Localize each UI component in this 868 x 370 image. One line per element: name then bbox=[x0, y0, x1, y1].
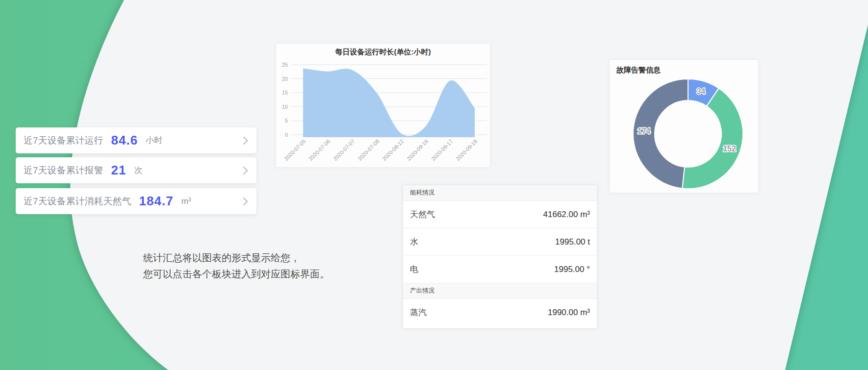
chart-title: 每日设备运行时长(单位:小时) bbox=[276, 48, 490, 57]
table-row: 电 1995.00 ° bbox=[403, 256, 597, 283]
stat-card-unit: 次 bbox=[134, 165, 143, 176]
stat-card-label: 近7天设备累计报警 bbox=[24, 164, 103, 177]
svg-text:0: 0 bbox=[285, 132, 288, 138]
row-value: 1990.00 m³ bbox=[548, 308, 590, 318]
svg-text:2020-07-06: 2020-07-06 bbox=[307, 138, 331, 162]
table-section-header: 能耗情况 bbox=[403, 185, 597, 201]
chevron-right-icon bbox=[240, 166, 248, 174]
row-label: 蒸汽 bbox=[410, 307, 427, 318]
svg-text:174: 174 bbox=[638, 127, 651, 135]
svg-text:2020-07-05: 2020-07-05 bbox=[283, 138, 306, 162]
row-value: 1995.00 ° bbox=[554, 265, 590, 274]
intro-line-1: 统计汇总将以图表的形式显示给您， bbox=[143, 250, 330, 266]
stat-card-gas-consumption[interactable]: 近7天设备累计消耗天然气 184.7 m³ bbox=[16, 188, 256, 214]
table-row: 天然气 41662.00 m³ bbox=[403, 201, 597, 228]
area-chart: 05101520252020-07-052020-07-062020-07-07… bbox=[276, 44, 491, 168]
svg-text:2020-08-12: 2020-08-12 bbox=[381, 138, 405, 162]
stat-card-runtime[interactable]: 近7天设备累计运行 84.6 小时 bbox=[16, 127, 256, 153]
stat-card-value: 184.7 bbox=[139, 194, 174, 209]
daily-runtime-chart-card[interactable]: 每日设备运行时长(单位:小时) 05101520252020-07-052020… bbox=[276, 43, 490, 168]
dashboard-page: 近7天设备累计运行 84.6 小时 近7天设备累计报警 21 次 近7天设备累计… bbox=[0, 0, 868, 370]
row-label: 电 bbox=[410, 264, 418, 275]
stat-card-label: 近7天设备累计运行 bbox=[24, 134, 103, 147]
stat-card-label: 近7天设备累计消耗天然气 bbox=[24, 195, 131, 208]
stat-card-unit: 小时 bbox=[146, 135, 162, 146]
alarm-donut-card[interactable]: 故障告警信息 34152174 bbox=[609, 59, 759, 193]
row-label: 水 bbox=[410, 236, 418, 247]
table-section-header: 产出情况 bbox=[403, 283, 597, 299]
svg-text:20: 20 bbox=[282, 76, 288, 82]
row-value: 41662.00 m³ bbox=[543, 210, 590, 220]
svg-text:2020-09-17: 2020-09-17 bbox=[430, 138, 454, 162]
svg-text:2020-07-08: 2020-07-08 bbox=[357, 138, 380, 162]
row-value: 1995.00 t bbox=[555, 237, 590, 247]
donut-title: 故障告警信息 bbox=[616, 66, 661, 75]
intro-text: 统计汇总将以图表的形式显示给您， 您可以点击各个板块进入到对应图标界面。 bbox=[143, 250, 330, 282]
chevron-right-icon bbox=[240, 197, 248, 205]
stat-card-value: 84.6 bbox=[111, 133, 138, 148]
chevron-right-icon bbox=[240, 136, 248, 145]
svg-text:25: 25 bbox=[282, 62, 288, 68]
donut-chart: 34152174 bbox=[610, 60, 759, 194]
svg-text:34: 34 bbox=[696, 87, 705, 96]
stat-card-unit: m³ bbox=[181, 197, 191, 206]
svg-text:5: 5 bbox=[285, 118, 288, 123]
stat-card-alarms[interactable]: 近7天设备累计报警 21 次 bbox=[16, 157, 256, 183]
svg-text:15: 15 bbox=[282, 90, 288, 96]
table-row: 蒸汽 1990.00 m³ bbox=[403, 299, 597, 326]
svg-text:2020-09-18: 2020-09-18 bbox=[455, 138, 478, 162]
svg-text:152: 152 bbox=[723, 145, 736, 153]
svg-text:2020-09-16: 2020-09-16 bbox=[406, 138, 429, 162]
svg-text:2020-07-07: 2020-07-07 bbox=[332, 138, 356, 162]
svg-text:10: 10 bbox=[282, 104, 288, 110]
stat-card-value: 21 bbox=[111, 163, 127, 178]
intro-line-2: 您可以点击各个板块进入到对应图标界面。 bbox=[143, 266, 330, 282]
row-label: 天然气 bbox=[410, 209, 435, 220]
energy-table-card[interactable]: 能耗情况 天然气 41662.00 m³ 水 1995.00 t 电 1995.… bbox=[403, 185, 597, 329]
table-row: 水 1995.00 t bbox=[403, 228, 597, 256]
